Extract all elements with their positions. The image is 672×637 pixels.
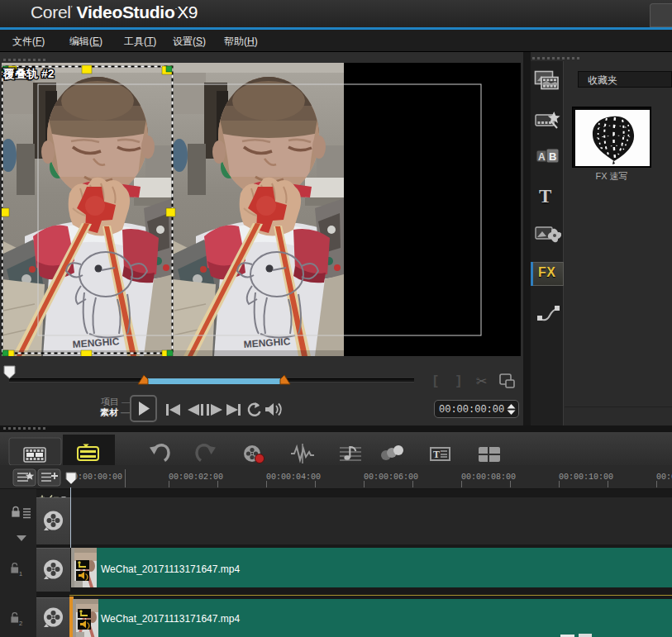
svg-text:00:00:06:00: 00:00:06:00 [364, 473, 418, 482]
svg-text:2: 2 [19, 620, 22, 627]
svg-text:0:00:00:00: 0:00:00:00 [73, 473, 122, 482]
svg-text:00:00:08:00: 00:00:08:00 [461, 473, 516, 482]
svg-text:00:00:10:00: 00:00:10:00 [559, 473, 613, 482]
svg-text:A: A [538, 151, 546, 163]
svg-text:T: T [433, 449, 440, 460]
svg-text:00:0: 00:0 [656, 473, 672, 482]
svg-text:B: B [549, 150, 556, 163]
svg-text:覆叠轨 #2: 覆叠轨 #2 [2, 67, 55, 80]
svg-text:00:00:04:00: 00:00:04:00 [266, 473, 321, 482]
svg-text:00:00:02:00: 00:00:02:00 [169, 473, 223, 482]
svg-text:1: 1 [19, 570, 22, 578]
